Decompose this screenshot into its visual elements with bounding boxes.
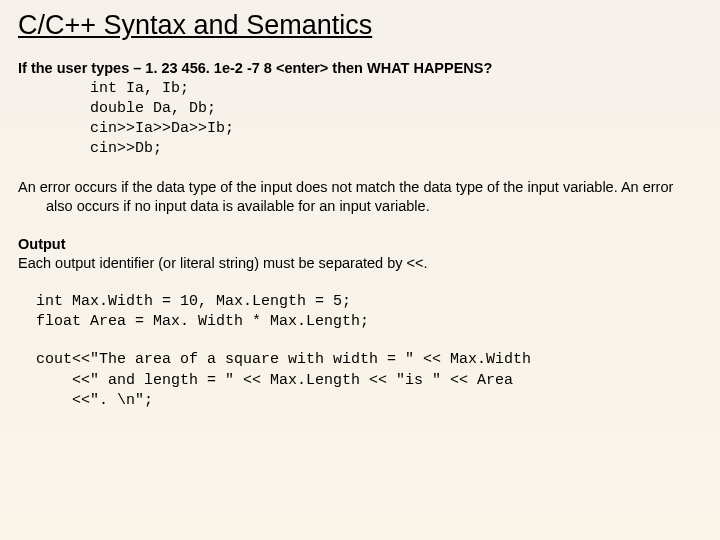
output-heading: Output <box>18 235 696 255</box>
code1-l1: int Ia, Ib; <box>90 80 189 97</box>
intro-typed: – 1. 23 456. 1e-2 -7 8 <enter> <box>133 60 328 76</box>
output-line: Each output identifier (or literal strin… <box>18 254 696 274</box>
code1-l2: double Da, Db; <box>90 100 216 117</box>
slide: C/C++ Syntax and Semantics If the user t… <box>0 0 720 421</box>
code1-l4: cin>>Db; <box>90 140 162 157</box>
intro-prefix: If the user types <box>18 60 133 76</box>
code1-l3: cin>>Ia>>Da>>Ib; <box>90 120 234 137</box>
code3-l3: <<". \n"; <box>72 391 696 411</box>
code-block-3: cout<<"The area of a square with width =… <box>36 350 696 411</box>
slide-title: C/C++ Syntax and Semantics <box>18 10 696 41</box>
code-block-2: int Max.Width = 10, Max.Length = 5; floa… <box>36 292 696 333</box>
intro-line: If the user types – 1. 23 456. 1e-2 -7 8… <box>18 59 696 79</box>
error-paragraph: An error occurs if the data type of the … <box>18 178 696 217</box>
output-section: Output Each output identifier (or litera… <box>18 235 696 274</box>
code3-l2: <<" and length = " << Max.Length << "is … <box>72 371 696 391</box>
code2-l2: float Area = Max. Width * Max.Length; <box>36 313 369 330</box>
slide-body: If the user types – 1. 23 456. 1e-2 -7 8… <box>18 59 696 411</box>
intro-suffix: then WHAT HAPPENS? <box>328 60 492 76</box>
code2-l1: int Max.Width = 10, Max.Length = 5; <box>36 293 351 310</box>
code3-l1: cout<<"The area of a square with width =… <box>36 351 531 368</box>
code-block-1: int Ia, Ib; double Da, Db; cin>>Ia>>Da>>… <box>90 79 696 160</box>
